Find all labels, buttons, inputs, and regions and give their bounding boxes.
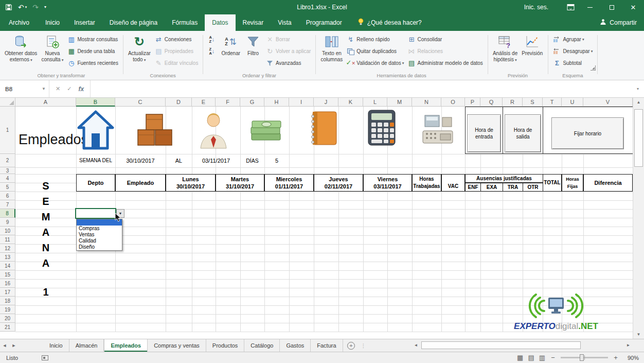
header-exa[interactable]: EXA xyxy=(480,183,503,192)
header-day-viernes[interactable]: Viernes03/11/2017 xyxy=(363,174,412,192)
worker-clipart[interactable] xyxy=(199,111,228,150)
undo-button[interactable]: ↶▾ xyxy=(18,4,27,11)
column-header-f[interactable]: F xyxy=(216,98,240,107)
scroll-left-icon[interactable]: ◄ xyxy=(412,341,420,350)
tell-me-box[interactable]: ¿Qué desea hacer? xyxy=(357,14,422,31)
row-header-4[interactable]: 4 xyxy=(0,174,15,183)
zoom-slider[interactable] xyxy=(561,357,608,358)
column-header-h[interactable]: H xyxy=(264,98,289,107)
cell-semana-del[interactable]: SEMANA DEL xyxy=(76,154,115,167)
row-header-20[interactable]: 20 xyxy=(0,314,15,323)
tab-datos[interactable]: Datos xyxy=(205,14,235,31)
ribbon-button-desde-una-tabla[interactable]: ▦Desde una tabla xyxy=(65,45,120,57)
row-header-3[interactable]: 3 xyxy=(0,167,15,174)
confirm-entry-icon[interactable]: ✓ xyxy=(67,85,71,92)
name-box-caret-icon[interactable]: ▼ xyxy=(42,87,46,91)
sheet-tab-productos[interactable]: Productos xyxy=(206,339,245,352)
scroll-up-icon[interactable]: ▲ xyxy=(633,98,644,107)
column-header-p[interactable]: P xyxy=(465,98,480,107)
ribbon-button-ordenar[interactable]: AZ⇅Ordenar xyxy=(219,32,242,71)
page-layout-view-icon[interactable]: ▤ xyxy=(528,354,534,361)
header-otr[interactable]: OTR xyxy=(523,183,543,192)
tab-splitter[interactable]: ⋮ xyxy=(360,339,368,352)
column-header-o[interactable]: O xyxy=(441,98,465,107)
tab-programador[interactable]: Programador xyxy=(299,14,349,31)
tab-diseno-de-pagina[interactable]: Diseño de página xyxy=(102,14,165,31)
row-header-21[interactable]: 21 xyxy=(0,323,15,332)
ribbon-button-fuentes-recientes[interactable]: ◷Fuentes recientes xyxy=(65,57,120,69)
column-header-j[interactable]: J xyxy=(314,98,338,107)
header-enf[interactable]: ENF xyxy=(465,183,481,192)
header-horas-fijas[interactable]: Horas Fijas xyxy=(562,174,583,192)
dropdown-item-calidad[interactable]: Calidad xyxy=(77,238,122,244)
header-day-jueves[interactable]: Jueves02/11/2017 xyxy=(314,174,363,192)
cell-week-end[interactable]: 03/11/2017 xyxy=(192,154,240,167)
sheet-tab-factura[interactable]: Factura xyxy=(311,339,343,352)
cell-week-start[interactable]: 30/10/2017 xyxy=(115,154,166,167)
notebook-clipart[interactable] xyxy=(308,110,338,147)
sheet-tab-compras-y-ventas[interactable]: Compras y ventas xyxy=(148,339,206,352)
row-header-2[interactable]: 2 xyxy=(0,154,15,167)
close-button[interactable]: ✕ xyxy=(622,0,644,14)
sheet-tab-almacen[interactable]: Almacén xyxy=(69,339,104,352)
sheet-tab-gastos[interactable]: Gastos xyxy=(280,339,311,352)
dropdown-item-diseno[interactable]: Diseño xyxy=(77,244,122,250)
column-header-n[interactable]: N xyxy=(412,98,441,107)
save-icon[interactable] xyxy=(5,4,12,11)
header-day-miercoles[interactable]: Miercoles01/11/2017 xyxy=(264,174,314,192)
row-header-10[interactable]: 10 xyxy=(0,227,15,235)
vertical-scroll-thumb[interactable] xyxy=(634,109,643,167)
tab-vista[interactable]: Vista xyxy=(271,14,298,31)
sign-in-label[interactable]: Inic. ses. xyxy=(524,4,548,11)
zoom-level-label[interactable]: 90% xyxy=(623,355,639,361)
tab-revisar[interactable]: Revisar xyxy=(236,14,271,31)
ribbon-button-sort-az[interactable]: AZ↓ xyxy=(206,33,219,45)
scroll-down-icon[interactable]: ▼ xyxy=(633,330,644,339)
row-header-16[interactable]: 16 xyxy=(0,279,15,288)
column-header-k[interactable]: K xyxy=(338,98,363,107)
dropdown-item-compras[interactable]: Compras xyxy=(77,226,122,232)
header-day-lunes[interactable]: Lunes30/10/2017 xyxy=(166,174,216,192)
row-header-13[interactable]: 13 xyxy=(0,253,15,262)
column-header-c[interactable]: C xyxy=(115,98,166,107)
column-header-r[interactable]: R xyxy=(503,98,523,107)
sheet-tab-catalogo[interactable]: Catálogo xyxy=(244,339,280,352)
customize-qat-button[interactable]: ▾ xyxy=(44,4,46,11)
tab-scroll-right-icon[interactable]: ► xyxy=(9,339,19,352)
ribbon-button-desagrupar[interactable]: Desagrupar▾ xyxy=(551,45,594,57)
horizontal-scroll-thumb[interactable] xyxy=(421,341,581,349)
cell-dias-label[interactable]: DÍAS xyxy=(240,154,264,167)
house-clipart[interactable] xyxy=(77,109,114,151)
column-header-u[interactable]: U xyxy=(562,98,583,107)
tab-inicio[interactable]: Inicio xyxy=(38,14,67,31)
ribbon-button-prevision[interactable]: Previsión xyxy=(520,32,545,71)
row-header-19[interactable]: 19 xyxy=(0,305,15,314)
ribbon-button-conexiones[interactable]: ⇄Conexiones xyxy=(153,33,200,45)
hora-salida-button[interactable]: Hora de salida xyxy=(505,114,541,152)
zoom-in-button[interactable]: + xyxy=(613,354,619,361)
cancel-entry-icon[interactable]: ✕ xyxy=(56,85,60,92)
horizontal-scrollbar[interactable]: ◄ ► xyxy=(412,340,633,350)
tab-insertar[interactable]: Insertar xyxy=(67,14,102,31)
tab-scroll-left-icon[interactable]: ◄ xyxy=(0,339,9,352)
ribbon-button-quitar-duplicados[interactable]: Quitar duplicados xyxy=(345,45,405,57)
formula-input[interactable] xyxy=(91,80,632,97)
expand-formula-bar-icon[interactable]: ▾ xyxy=(632,80,644,97)
header-total[interactable]: TOTAL xyxy=(543,174,562,192)
row-header-7[interactable]: 7 xyxy=(0,200,15,209)
fijar-horario-button[interactable]: Fijar horario xyxy=(551,117,624,149)
hora-entrada-button[interactable]: Hora de entrada xyxy=(467,114,501,152)
ribbon-button-relaciones[interactable]: ⋈Relaciones xyxy=(406,45,485,57)
ribbon-button-analisis-de-hipotesis[interactable]: ?Análisis dehipótesis▾ xyxy=(491,32,520,71)
column-header-m[interactable]: M xyxy=(387,98,412,107)
column-header-g[interactable]: G xyxy=(240,98,264,107)
select-all-corner[interactable] xyxy=(0,98,15,107)
calculator-clipart[interactable] xyxy=(366,109,397,147)
row-header-9[interactable]: 9 xyxy=(0,218,15,227)
row-header-17[interactable]: 17 xyxy=(0,288,15,297)
ribbon-button-editar-vinculos[interactable]: ✎Editar vínculos xyxy=(153,57,200,69)
column-header-t[interactable]: T xyxy=(543,98,562,107)
row-header-1[interactable]: 1 xyxy=(0,107,15,154)
crates-clipart[interactable] xyxy=(136,110,175,149)
ribbon-button-agrupar[interactable]: Agrupar▾ xyxy=(551,33,594,45)
